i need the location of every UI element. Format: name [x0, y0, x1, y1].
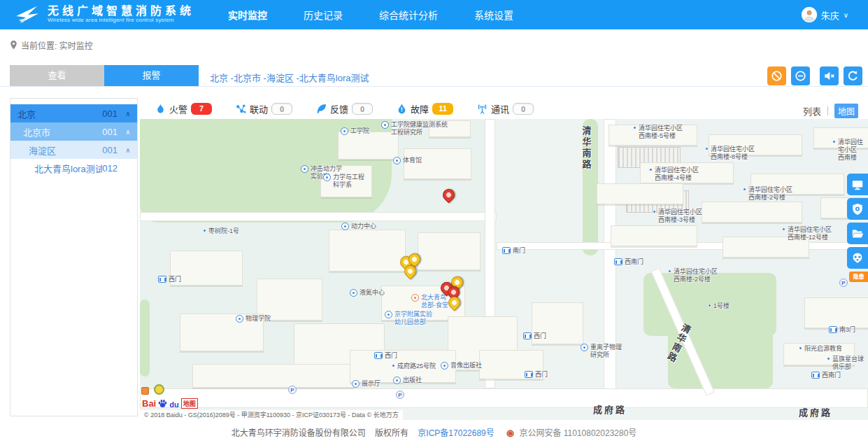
minus-circle-icon [794, 69, 807, 83]
monitor-icon [851, 178, 864, 191]
footer: 北大青鸟环宇消防设备股份有限公司 版权所有 京ICP备17022689号 京公网… [0, 426, 868, 440]
map-poi-label[interactable] [288, 386, 299, 394]
map-poi-label[interactable]: 物理学院 [236, 315, 271, 323]
poi-text: 西南门 [822, 372, 841, 379]
collapse-button[interactable] [791, 66, 810, 85]
map-poi-label[interactable]: 音像出版社 [441, 362, 482, 370]
chevron-up-icon[interactable]: ∧ [123, 146, 133, 154]
toggle-list[interactable]: 列表 [803, 104, 821, 118]
poi-icon [614, 258, 622, 265]
chevron-up-icon[interactable]: ∧ [123, 110, 133, 118]
map-poi-label[interactable]: 清华园住宅小区 西南楼-3号楼 [653, 209, 702, 224]
nav-item-statistics[interactable]: 综合统计分析 [379, 8, 438, 22]
security-button[interactable] [847, 198, 868, 220]
map-shape [257, 279, 322, 321]
view-toggle: 列表 地图 [803, 104, 858, 118]
antenna-icon [477, 104, 488, 114]
archive-button[interactable] [847, 223, 868, 244]
poi-text: 西门 [385, 352, 397, 360]
poi-text: 西门 [534, 332, 546, 340]
map-poi-label[interactable]: 阳光启源教育 [799, 345, 842, 353]
map-poi-label[interactable]: 清华园住宅小区 西南楼-2号楼 [743, 186, 792, 202]
tab-alarm[interactable]: 报警 [104, 65, 199, 86]
poi-text: 枣树院-1号 [208, 227, 239, 235]
map-poi-label[interactable]: 工学院健康监测系统 工程研究所 [381, 121, 448, 136]
chevron-up-icon[interactable]: ∧ [123, 128, 133, 136]
footer-icp-link[interactable]: 京ICP备17022689号 [418, 428, 494, 438]
poi-icon [581, 344, 588, 351]
poi-text: 清华园住宅小区 西南楼-2号楼 [748, 186, 792, 202]
poi-text: 重离子物理 研究所 [590, 344, 622, 359]
poi-icon [411, 294, 419, 302]
tree-node[interactable]: 北大青鸟lora测试 012 [10, 159, 137, 177]
map-poi-label[interactable]: 西门 [525, 371, 548, 379]
map-poi-label[interactable]: 西南门 [614, 258, 643, 266]
monitor-view-button[interactable] [847, 174, 868, 195]
map-poi-label[interactable]: 工学院 [341, 127, 369, 135]
tree-node[interactable]: 北京市 001 ∧ [10, 122, 137, 141]
status-fire[interactable]: 火警 7 [155, 102, 212, 115]
poi-text: 1号楼 [713, 302, 730, 310]
nav-item-history[interactable]: 历史记录 [304, 8, 343, 22]
map-poi-label[interactable]: 清华园住宅小区 西南楼-8号楼 [705, 146, 755, 161]
map-poi-label[interactable]: 展示厅 [352, 380, 380, 388]
status-feedback[interactable]: 反馈 0 [316, 102, 373, 115]
map-poi-label[interactable]: 京学附属实验 幼儿园总部 [385, 311, 432, 326]
map-poi-label[interactable]: 南3门 [829, 326, 855, 334]
status-comm[interactable]: 通讯 0 [477, 102, 534, 115]
map-poi-label[interactable] [396, 391, 406, 399]
status-fault[interactable]: 故障 11 [397, 102, 453, 115]
map-poi-label[interactable]: 西门 [158, 276, 181, 283]
map-poi-label[interactable]: 成府路25号院 [392, 363, 436, 370]
hazard-tag[interactable]: 隐患 [849, 272, 868, 282]
tree-node-count: 001 [102, 127, 118, 137]
app-window: 无线广域智慧消防系统 Wireless wide area intelligen… [0, 0, 868, 443]
map-poi-label[interactable]: 成府路 [593, 405, 627, 416]
disable-alarm-button[interactable] [767, 66, 786, 85]
footer-security-link[interactable]: 京公网安备 11010802023280号 [519, 428, 636, 438]
map-poi-label[interactable]: 清华园住宅小区 西南楼 [832, 139, 868, 161]
status-fault-count: 11 [432, 103, 453, 115]
map-poi-label[interactable]: 蓝旗星台球 俱乐部 [827, 356, 864, 371]
tree-node[interactable]: 海淀区 001 ∧ [10, 141, 137, 159]
map-poi-label[interactable]: 力学与工程 科学系 [323, 174, 364, 189]
poi-text: 清华园住宅小区 西南楼-5号楼 [639, 125, 683, 140]
map-poi-label[interactable]: 1号楼 [708, 302, 730, 310]
hazard-button[interactable] [847, 247, 868, 269]
poi-icon [341, 127, 348, 135]
map-poi-label[interactable]: 北大青鸟 总部-食堂 [411, 294, 448, 309]
map-poi-label[interactable]: 清华园住宅小区 西南楼-2号楼 [668, 268, 718, 283]
map-poi-label[interactable]: 液氮中心 [350, 289, 385, 297]
poi-text: 清华园住宅小区 西南楼-2号楼 [674, 268, 718, 283]
poi-text: 清华南路 [581, 126, 592, 171]
map-poi-label[interactable]: 出版社 [393, 377, 422, 384]
map-poi-label[interactable]: 成府路 [799, 407, 832, 419]
user-menu[interactable]: 朱庆 ∨ [802, 0, 848, 29]
brand-block: 无线广域智慧消防系统 Wireless wide area intelligen… [48, 6, 194, 23]
nav-item-realtime[interactable]: 实时监控 [228, 8, 267, 22]
map-poi-label[interactable]: 西门 [523, 332, 546, 340]
map-poi-label[interactable]: 清华南路 [581, 126, 592, 171]
map-poi-label[interactable]: 清华园住宅小区 西南楼-5号楼 [633, 125, 683, 140]
map-poi-label[interactable]: 体育馆 [393, 157, 422, 164]
mute-button[interactable] [820, 66, 839, 85]
map-poi-label[interactable]: 清华园住宅小区 西南楼-4号楼 [649, 167, 699, 182]
status-linkage[interactable]: 联动 0 [236, 102, 292, 115]
poi-icon [381, 121, 389, 129]
map-poi-label[interactable]: 南门 [502, 247, 525, 255]
nav-item-settings[interactable]: 系统设置 [474, 8, 513, 22]
map-poi-label[interactable]: 动力中心 [341, 223, 376, 230]
map-canvas[interactable]: 冲击动力学 实验室 工学院 工学院健康监测系统 工程研究所 体育馆 [140, 119, 868, 420]
map-poi-label[interactable]: 西门 [374, 352, 397, 360]
refresh-button[interactable] [844, 66, 862, 85]
tab-view[interactable]: 查看 [10, 65, 104, 86]
map-poi-label[interactable]: 枣树院-1号 [203, 227, 239, 235]
tree-node[interactable]: 北京 001 ∧ [10, 104, 137, 122]
toggle-map[interactable]: 地图 [834, 104, 858, 118]
poi-text: 清华园住宅小区 西南楼-3号楼 [658, 209, 702, 224]
baidu-logo[interactable]: Bai du 地图 [142, 398, 198, 409]
map-poi-label[interactable]: 清华南路 [673, 322, 684, 364]
map-poi-label[interactable]: 西南门 [811, 372, 841, 379]
map-poi-label[interactable]: 清华园住宅小区 西南楼-12号楼 [782, 226, 832, 241]
map-poi-label[interactable]: 重离子物理 研究所 [581, 344, 622, 359]
